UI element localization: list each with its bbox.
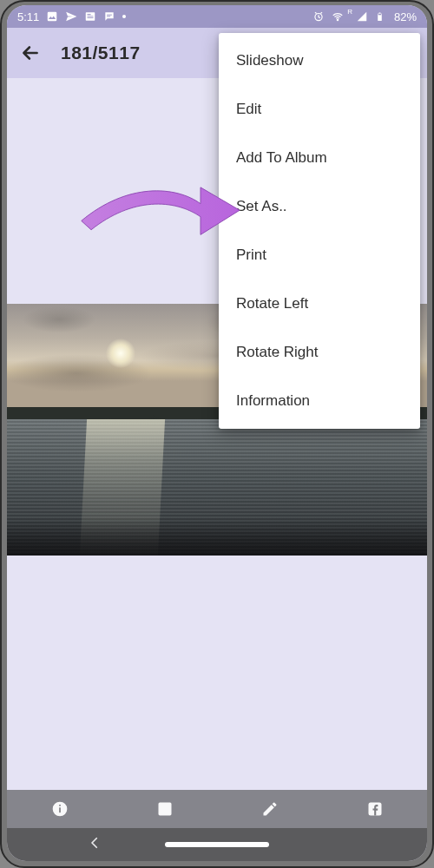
menu-item-print[interactable]: Print	[219, 231, 420, 279]
device-frame: 5:11	[0, 0, 434, 868]
menu-item-information[interactable]: Information	[219, 377, 420, 425]
roaming-indicator: R	[347, 8, 352, 16]
send-icon	[65, 10, 77, 23]
svg-rect-4	[88, 17, 94, 18]
menu-item-label: Slideshow	[236, 52, 304, 69]
messages-icon	[103, 10, 115, 23]
more-notifications-icon	[122, 15, 126, 18]
battery-icon	[375, 10, 387, 23]
svg-rect-2	[88, 14, 91, 15]
menu-item-rotate-left[interactable]: Rotate Left	[219, 279, 420, 328]
svg-rect-10	[379, 12, 381, 13]
svg-rect-11	[378, 14, 381, 15]
signal-icon	[356, 10, 368, 23]
menu-item-label: Set As..	[236, 198, 287, 215]
overflow-menu: Slideshow Edit Add To Album Set As.. Pri…	[219, 33, 420, 429]
photo-counter: 181/5117	[61, 43, 141, 63]
slideshow-button[interactable]	[152, 796, 178, 822]
svg-rect-0	[48, 12, 57, 22]
svg-point-8	[337, 19, 338, 20]
menu-item-add-album[interactable]: Add To Album	[219, 134, 420, 182]
svg-rect-6	[107, 16, 110, 16]
wifi-icon	[332, 10, 344, 23]
svg-rect-5	[107, 15, 112, 16]
menu-item-slideshow[interactable]: Slideshow	[219, 36, 420, 85]
bottom-action-bar	[7, 790, 427, 828]
alarm-icon	[312, 10, 325, 23]
menu-item-label: Add To Album	[236, 149, 327, 167]
nav-back-button[interactable]	[87, 835, 102, 854]
battery-percent: 82%	[394, 10, 417, 23]
system-nav-bar	[7, 828, 427, 861]
menu-item-edit[interactable]: Edit	[219, 85, 420, 134]
facebook-share-button[interactable]	[362, 796, 388, 822]
status-bar: 5:11	[7, 5, 427, 28]
menu-item-label: Information	[236, 392, 310, 410]
svg-rect-3	[88, 16, 94, 16]
menu-item-rotate-right[interactable]: Rotate Right	[219, 328, 420, 377]
photo-icon	[46, 10, 58, 23]
back-button[interactable]	[19, 42, 42, 64]
menu-item-label: Edit	[236, 101, 261, 118]
menu-item-label: Rotate Left	[236, 295, 308, 312]
news-icon	[84, 10, 96, 23]
menu-item-label: Rotate Right	[236, 344, 319, 361]
menu-item-label: Print	[236, 247, 266, 264]
status-time: 5:11	[17, 10, 39, 23]
svg-rect-14	[59, 805, 61, 806]
screen: 5:11	[7, 5, 427, 861]
menu-item-set-as[interactable]: Set As..	[219, 182, 420, 231]
nav-home-pill[interactable]	[165, 842, 269, 847]
info-button[interactable]	[47, 796, 73, 822]
svg-rect-13	[59, 807, 61, 812]
edit-button[interactable]	[257, 796, 283, 822]
